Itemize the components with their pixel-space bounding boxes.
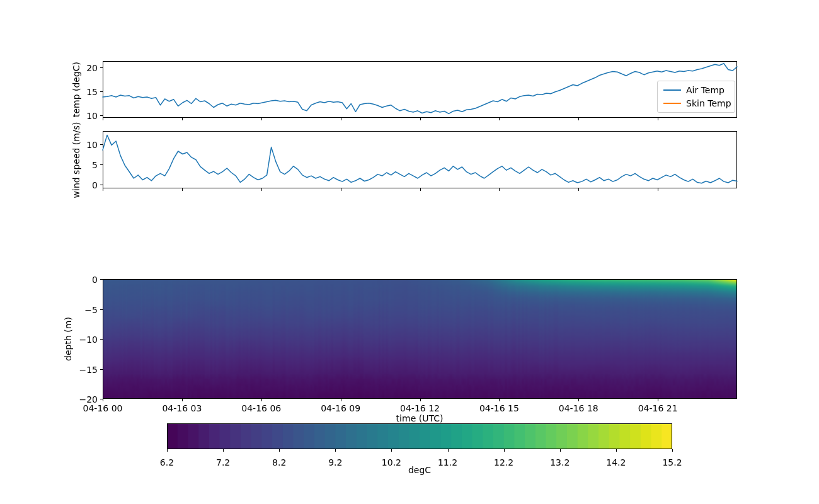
time-x-tick-label: 04-16 00 <box>83 404 123 413</box>
depth-y-tick-label: −5 <box>84 306 98 314</box>
colorbar-tick-label: 11.2 <box>438 458 457 467</box>
colorbar-label: degC <box>408 466 431 474</box>
temp-y-tick-label: 20 <box>86 64 98 72</box>
wind-y-tick-label: 10 <box>86 140 98 149</box>
colorbar-tick-label: 15.2 <box>662 458 682 467</box>
time-x-tick-label: 04-16 06 <box>241 404 281 413</box>
depth-y-axis-label: depth (m) <box>64 317 72 361</box>
wind-y-axis-label: wind speed (m/s) <box>72 122 81 198</box>
depth-y-tick-label: −10 <box>79 335 98 344</box>
air-temp-line-swatch <box>663 89 681 91</box>
colorbar-tick-label: 13.2 <box>550 458 570 467</box>
time-x-tick-label: 04-16 18 <box>559 404 598 413</box>
air-temp-line <box>103 64 737 114</box>
time-x-tick-label: 04-16 15 <box>479 404 519 413</box>
time-x-axis-label: time (UTC) <box>396 414 444 423</box>
temp-y-axis-label: temp (degC) <box>72 62 81 117</box>
temp-y-tick-label: 10 <box>86 112 98 120</box>
colorbar-tick-label: 12.2 <box>494 458 513 467</box>
legend: Air Temp Skin Temp <box>657 81 735 113</box>
wind-y-tick-label: 0 <box>92 181 98 190</box>
colorbar-tick-label: 9.2 <box>328 458 342 467</box>
colorbar-tick-label: 10.2 <box>382 458 401 467</box>
axes-and-series-overlay <box>0 0 819 504</box>
time-x-tick-label: 04-16 03 <box>162 404 202 413</box>
wind-plot-frame <box>103 132 737 188</box>
colorbar-tick-label: 14.2 <box>606 458 626 467</box>
depth-y-tick-label: −15 <box>79 365 98 374</box>
heatmap-frame <box>103 280 737 399</box>
temp-y-tick-label: 15 <box>86 88 98 96</box>
colorbar-tick-label: 8.2 <box>272 458 286 467</box>
colorbar-tick-label: 7.2 <box>216 458 230 467</box>
colorbar-tick-label: 6.2 <box>160 458 174 467</box>
legend-label-air-temp: Air Temp <box>686 85 724 95</box>
temp-plot-frame <box>103 62 737 118</box>
depth-y-tick-label: 0 <box>92 275 98 284</box>
time-x-tick-label: 04-16 09 <box>321 404 360 413</box>
wind-speed-line <box>103 135 737 183</box>
time-x-tick-label: 04-16 12 <box>400 404 440 413</box>
legend-item-skin-temp: Skin Temp <box>658 98 735 108</box>
figure: temp (degC) wind speed (m/s) depth (m) t… <box>0 0 819 504</box>
depth-y-tick-label: −20 <box>79 395 98 404</box>
skin-temp-line-swatch <box>663 103 681 104</box>
time-x-tick-label: 04-16 21 <box>638 404 678 413</box>
legend-item-air-temp: Air Temp <box>658 85 735 95</box>
legend-label-skin-temp: Skin Temp <box>686 98 731 108</box>
wind-y-tick-label: 5 <box>92 161 98 169</box>
